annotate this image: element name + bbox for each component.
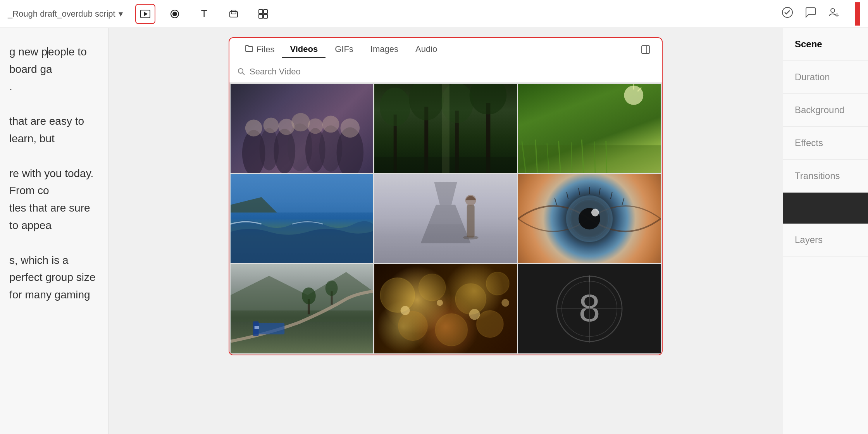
video-thumb-countdown[interactable]: 8	[518, 264, 661, 353]
collapse-panel-btn[interactable]	[639, 43, 653, 57]
tab-audio-label: Audio	[415, 44, 437, 54]
media-panel-inner: Files Videos GIFs Images Audio	[229, 37, 663, 355]
crowd-overlay	[231, 84, 373, 173]
tab-images[interactable]: Images	[363, 41, 406, 58]
text-icon-btn[interactable]: T	[194, 4, 214, 24]
toolbar: _Rough draft_overdub script ▾ T	[0, 0, 868, 28]
collapse-icon	[641, 45, 650, 54]
text-line-2: .	[9, 78, 99, 96]
svg-point-89	[435, 313, 468, 346]
text-icon: T	[201, 8, 207, 20]
svg-rect-4	[230, 12, 238, 17]
sidebar-effects-label: Effects	[795, 138, 823, 148]
video-thumb-eye[interactable]	[518, 174, 661, 263]
svg-point-94	[501, 299, 509, 307]
text-line-4: re with you today. From co	[9, 165, 99, 200]
svg-line-53	[606, 141, 607, 173]
sidebar-item-effects[interactable]: Effects	[783, 127, 868, 160]
tabs-bar: Files Videos GIFs Images Audio	[229, 38, 662, 61]
video-thumb-bokeh[interactable]	[374, 264, 517, 353]
svg-point-26	[264, 118, 279, 133]
layout-icon	[258, 9, 269, 19]
video-thumb-grass[interactable]	[518, 84, 661, 173]
svg-point-86	[455, 284, 486, 315]
svg-point-30	[322, 116, 339, 133]
svg-point-31	[340, 119, 360, 138]
svg-rect-7	[264, 10, 267, 14]
dark-block	[783, 193, 868, 224]
check-circle-icon[interactable]	[781, 6, 794, 21]
video-grid: 8	[229, 83, 662, 355]
svg-point-91	[401, 306, 410, 315]
svg-line-68	[555, 198, 556, 205]
video-thumb-train[interactable]	[231, 264, 373, 353]
add-user-icon[interactable]	[828, 6, 840, 21]
shape-icon-btn[interactable]	[224, 4, 244, 24]
tab-audio[interactable]: Audio	[408, 41, 445, 58]
svg-point-16	[238, 69, 243, 73]
shape-icon	[228, 9, 239, 19]
search-bar	[229, 61, 662, 83]
document-title[interactable]: _Rough draft_overdub script ▾	[8, 9, 123, 19]
video-thumb-paris[interactable]	[374, 174, 517, 263]
record-icon-btn[interactable]	[165, 4, 185, 24]
svg-point-92	[437, 300, 443, 306]
svg-rect-61	[467, 205, 475, 238]
video-thumb-crowd[interactable]	[231, 84, 373, 173]
forest-overlay	[374, 84, 517, 173]
svg-point-25	[245, 119, 262, 136]
sidebar-item-layers[interactable]: Layers	[783, 224, 868, 257]
media-icon-btn[interactable]	[135, 4, 155, 24]
text-line-3: that are easy to learn, but	[9, 113, 99, 148]
tab-files[interactable]: Files	[239, 41, 281, 58]
title-text: _Rough draft_overdub script	[8, 9, 115, 19]
bokeh-overlay	[374, 264, 517, 353]
svg-rect-6	[259, 10, 263, 14]
layout-icon-btn[interactable]	[253, 4, 273, 24]
svg-line-73	[611, 192, 612, 199]
search-icon	[237, 67, 246, 76]
svg-line-72	[599, 188, 600, 195]
user-plus-icon	[828, 6, 840, 19]
svg-point-29	[308, 119, 323, 134]
sidebar-item-transitions[interactable]: Transitions	[783, 160, 868, 193]
svg-point-90	[477, 310, 504, 338]
svg-point-88	[398, 311, 428, 341]
search-input[interactable]	[250, 67, 654, 77]
coast-overlay	[231, 174, 373, 263]
check-icon	[781, 6, 794, 19]
folder-svg	[245, 44, 253, 53]
video-thumb-coast[interactable]	[231, 174, 373, 263]
svg-point-85	[418, 274, 446, 301]
toolbar-right	[781, 2, 860, 26]
record-icon	[169, 9, 180, 19]
media-panel: Files Videos GIFs Images Audio	[108, 28, 783, 434]
sidebar-item-scene[interactable]: Scene	[783, 28, 868, 61]
media-icon	[140, 9, 151, 19]
svg-point-28	[291, 113, 310, 132]
sidebar-item-duration[interactable]: Duration	[783, 61, 868, 94]
sidebar-item-background[interactable]: Background	[783, 94, 868, 127]
sidebar-layers-label: Layers	[795, 234, 823, 245]
eye-overlay	[518, 174, 661, 263]
svg-point-84	[380, 278, 415, 313]
train-overlay	[231, 264, 373, 353]
svg-point-67	[591, 209, 599, 217]
svg-rect-9	[264, 14, 267, 18]
svg-marker-1	[144, 12, 148, 16]
svg-point-36	[380, 88, 411, 126]
tab-videos[interactable]: Videos	[282, 41, 326, 58]
script-text-area: g new people to board ga . that are easy…	[0, 28, 108, 434]
text-line-5: tles that are sure to appea	[9, 200, 99, 234]
svg-rect-14	[642, 46, 649, 53]
svg-line-74	[622, 198, 624, 205]
tab-files-label: Files	[257, 45, 274, 55]
svg-point-3	[172, 12, 177, 16]
tab-gifs[interactable]: GIFs	[327, 41, 361, 58]
comment-icon[interactable]	[804, 6, 817, 21]
right-sidebar: Scene Duration Background Effects Transi…	[783, 28, 868, 434]
paris-overlay	[374, 174, 517, 263]
text-line-1: g new people to board ga	[9, 43, 99, 78]
video-thumb-forest-dark[interactable]	[374, 84, 517, 173]
svg-point-11	[831, 9, 835, 12]
